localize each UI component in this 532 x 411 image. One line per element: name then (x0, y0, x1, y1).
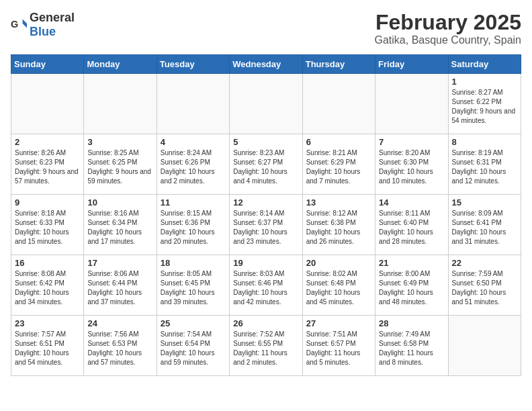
calendar-title: February 2025 (375, 11, 522, 34)
weekday-header-row: Sunday Monday Tuesday Wednesday Thursday… (11, 55, 521, 74)
day-cell-1-1: 3Sunrise: 8:25 AM Sunset: 6:25 PM Daylig… (84, 134, 157, 195)
day-cell-1-3: 5Sunrise: 8:23 AM Sunset: 6:27 PM Daylig… (230, 134, 302, 195)
day-cell-3-0: 16Sunrise: 8:08 AM Sunset: 6:42 PM Dayli… (11, 255, 84, 316)
day-cell-0-1 (84, 74, 157, 134)
day-cell-3-3: 19Sunrise: 8:03 AM Sunset: 6:46 PM Dayli… (230, 255, 302, 316)
day-info-12: Sunrise: 8:14 AM Sunset: 6:37 PM Dayligh… (233, 209, 298, 246)
day-info-20: Sunrise: 8:02 AM Sunset: 6:48 PM Dayligh… (306, 269, 371, 307)
day-number-16: 16 (15, 258, 80, 268)
day-number-24: 24 (87, 318, 152, 328)
day-cell-0-0 (11, 74, 84, 134)
week-row-2: 9Sunrise: 8:18 AM Sunset: 6:33 PM Daylig… (11, 195, 521, 255)
day-info-22: Sunrise: 7:59 AM Sunset: 6:50 PM Dayligh… (452, 269, 517, 307)
logo-general: General (30, 11, 75, 24)
day-info-9: Sunrise: 8:18 AM Sunset: 6:33 PM Dayligh… (15, 209, 80, 246)
week-row-0: 1Sunrise: 8:27 AM Sunset: 6:22 PM Daylig… (11, 74, 521, 134)
header-monday: Monday (84, 55, 157, 74)
day-number-8: 8 (452, 137, 517, 147)
day-cell-3-1: 17Sunrise: 8:06 AM Sunset: 6:44 PM Dayli… (84, 255, 157, 316)
day-info-1: Sunrise: 8:27 AM Sunset: 6:22 PM Dayligh… (452, 88, 517, 126)
day-info-14: Sunrise: 8:11 AM Sunset: 6:40 PM Dayligh… (379, 209, 444, 246)
day-cell-4-4: 27Sunrise: 7:51 AM Sunset: 6:57 PM Dayli… (302, 316, 375, 376)
day-cell-2-5: 14Sunrise: 8:11 AM Sunset: 6:40 PM Dayli… (375, 195, 448, 255)
day-number-20: 20 (306, 258, 371, 268)
day-number-5: 5 (233, 137, 298, 147)
day-info-11: Sunrise: 8:15 AM Sunset: 6:36 PM Dayligh… (161, 209, 226, 246)
day-info-17: Sunrise: 8:06 AM Sunset: 6:44 PM Dayligh… (87, 269, 152, 307)
day-cell-1-0: 2Sunrise: 8:26 AM Sunset: 6:23 PM Daylig… (11, 134, 84, 195)
day-number-17: 17 (87, 258, 152, 268)
day-cell-3-6: 22Sunrise: 7:59 AM Sunset: 6:50 PM Dayli… (448, 255, 521, 316)
logo-blue: Blue (30, 25, 56, 38)
day-cell-0-6: 1Sunrise: 8:27 AM Sunset: 6:22 PM Daylig… (448, 74, 521, 134)
day-number-1: 1 (452, 77, 517, 87)
svg-marker-1 (23, 19, 27, 24)
day-cell-1-6: 8Sunrise: 8:19 AM Sunset: 6:31 PM Daylig… (448, 134, 521, 195)
day-info-5: Sunrise: 8:23 AM Sunset: 6:27 PM Dayligh… (233, 148, 298, 186)
header-thursday: Thursday (302, 55, 375, 74)
day-cell-2-6: 15Sunrise: 8:09 AM Sunset: 6:41 PM Dayli… (448, 195, 521, 255)
day-info-7: Sunrise: 8:20 AM Sunset: 6:30 PM Dayligh… (379, 148, 444, 186)
week-row-3: 16Sunrise: 8:08 AM Sunset: 6:42 PM Dayli… (11, 255, 521, 316)
logo-icon: G (11, 18, 27, 32)
svg-marker-2 (23, 24, 27, 28)
day-cell-4-0: 23Sunrise: 7:57 AM Sunset: 6:51 PM Dayli… (11, 316, 84, 376)
day-info-26: Sunrise: 7:52 AM Sunset: 6:55 PM Dayligh… (233, 330, 298, 367)
day-cell-1-4: 6Sunrise: 8:21 AM Sunset: 6:29 PM Daylig… (302, 134, 375, 195)
day-cell-2-4: 13Sunrise: 8:12 AM Sunset: 6:38 PM Dayli… (302, 195, 375, 255)
logo-text: General Blue (30, 11, 75, 39)
day-info-13: Sunrise: 8:12 AM Sunset: 6:38 PM Dayligh… (306, 209, 371, 246)
day-cell-1-5: 7Sunrise: 8:20 AM Sunset: 6:30 PM Daylig… (375, 134, 448, 195)
day-cell-1-2: 4Sunrise: 8:24 AM Sunset: 6:26 PM Daylig… (157, 134, 229, 195)
day-info-10: Sunrise: 8:16 AM Sunset: 6:34 PM Dayligh… (87, 209, 152, 246)
day-info-19: Sunrise: 8:03 AM Sunset: 6:46 PM Dayligh… (233, 269, 298, 307)
title-area: February 2025 Gatika, Basque Country, Sp… (375, 11, 522, 46)
day-cell-4-5: 28Sunrise: 7:49 AM Sunset: 6:58 PM Dayli… (375, 316, 448, 376)
day-info-21: Sunrise: 8:00 AM Sunset: 6:49 PM Dayligh… (379, 269, 444, 307)
day-cell-3-4: 20Sunrise: 8:02 AM Sunset: 6:48 PM Dayli… (302, 255, 375, 316)
day-info-28: Sunrise: 7:49 AM Sunset: 6:58 PM Dayligh… (379, 330, 444, 367)
calendar-table: Sunday Monday Tuesday Wednesday Thursday… (11, 54, 521, 376)
logo: G General Blue (11, 11, 75, 39)
day-number-21: 21 (379, 258, 444, 268)
day-info-24: Sunrise: 7:56 AM Sunset: 6:53 PM Dayligh… (87, 330, 152, 367)
day-number-18: 18 (161, 258, 226, 268)
day-info-27: Sunrise: 7:51 AM Sunset: 6:57 PM Dayligh… (306, 330, 371, 367)
day-info-4: Sunrise: 8:24 AM Sunset: 6:26 PM Dayligh… (161, 148, 226, 186)
calendar-subtitle: Gatika, Basque Country, Spain (375, 34, 522, 46)
day-number-11: 11 (161, 197, 226, 208)
day-number-23: 23 (15, 318, 80, 328)
day-cell-0-3 (230, 74, 302, 134)
day-number-26: 26 (233, 318, 298, 328)
header-friday: Friday (375, 55, 448, 74)
header-sunday: Sunday (11, 55, 84, 74)
header-wednesday: Wednesday (230, 55, 302, 74)
day-number-19: 19 (233, 258, 298, 268)
day-cell-0-5 (375, 74, 448, 134)
day-number-10: 10 (87, 197, 152, 208)
day-cell-3-2: 18Sunrise: 8:05 AM Sunset: 6:45 PM Dayli… (157, 255, 229, 316)
day-number-25: 25 (161, 318, 226, 328)
day-number-13: 13 (306, 197, 371, 208)
day-number-9: 9 (15, 197, 80, 208)
day-number-4: 4 (161, 137, 226, 147)
day-number-15: 15 (452, 197, 517, 208)
day-info-6: Sunrise: 8:21 AM Sunset: 6:29 PM Dayligh… (306, 148, 371, 186)
header-saturday: Saturday (448, 55, 521, 74)
day-number-3: 3 (87, 137, 152, 147)
day-number-14: 14 (379, 197, 444, 208)
day-info-23: Sunrise: 7:57 AM Sunset: 6:51 PM Dayligh… (15, 330, 80, 367)
header: G General Blue February 2025 Gatika, Bas… (11, 11, 521, 46)
day-cell-2-3: 12Sunrise: 8:14 AM Sunset: 6:37 PM Dayli… (230, 195, 302, 255)
header-tuesday: Tuesday (157, 55, 229, 74)
day-cell-4-2: 25Sunrise: 7:54 AM Sunset: 6:54 PM Dayli… (157, 316, 229, 376)
day-info-3: Sunrise: 8:25 AM Sunset: 6:25 PM Dayligh… (87, 148, 152, 186)
day-info-16: Sunrise: 8:08 AM Sunset: 6:42 PM Dayligh… (15, 269, 80, 307)
week-row-1: 2Sunrise: 8:26 AM Sunset: 6:23 PM Daylig… (11, 134, 521, 195)
day-number-2: 2 (15, 137, 80, 147)
day-number-27: 27 (306, 318, 371, 328)
day-cell-0-4 (302, 74, 375, 134)
day-cell-0-2 (157, 74, 229, 134)
day-cell-4-3: 26Sunrise: 7:52 AM Sunset: 6:55 PM Dayli… (230, 316, 302, 376)
day-number-28: 28 (379, 318, 444, 328)
